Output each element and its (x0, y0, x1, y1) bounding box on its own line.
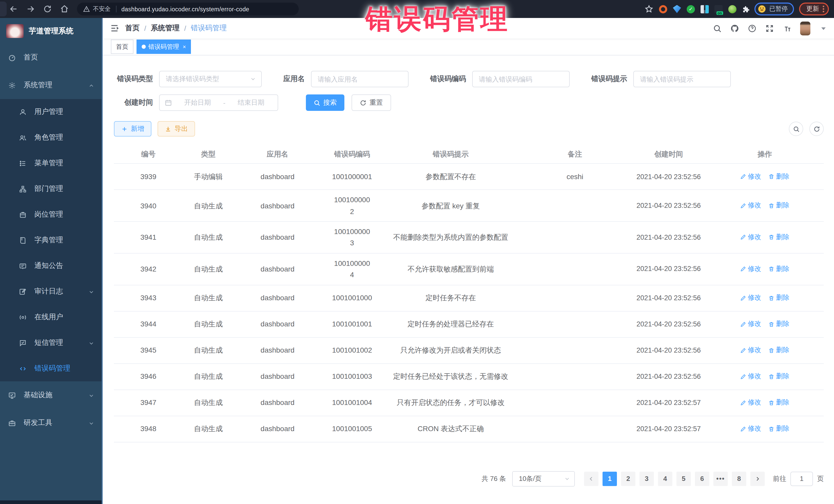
sidebar-item[interactable]: 审计日志 (0, 279, 102, 304)
page-button[interactable]: 4 (658, 472, 672, 486)
sidebar-item[interactable]: 研发工具 (0, 409, 102, 437)
delete-link[interactable]: 删除 (768, 293, 789, 303)
page-button[interactable]: 1 (602, 472, 617, 486)
edit-link[interactable]: 修改 (740, 398, 761, 408)
github-icon[interactable] (730, 24, 739, 32)
delete-link[interactable]: 删除 (768, 201, 789, 211)
extensions-puzzle-icon[interactable] (742, 5, 750, 13)
breadcrumb-item[interactable]: 系统管理 (151, 24, 180, 33)
error-type-select[interactable]: 请选择错误码类型 (159, 71, 262, 87)
browser-home-icon[interactable] (60, 5, 69, 13)
avatar-caret-down-icon[interactable] (819, 24, 828, 32)
sidebar-item[interactable]: 基础设施 (0, 381, 102, 409)
page-button[interactable]: 8 (732, 472, 746, 486)
edit-link[interactable]: 修改 (740, 424, 761, 434)
breadcrumb-item[interactable]: 首页 (125, 24, 139, 33)
page-button[interactable]: 6 (695, 472, 709, 486)
delete-link[interactable]: 删除 (768, 264, 789, 274)
delete-link[interactable]: 删除 (768, 424, 789, 434)
bookmark-star-icon[interactable] (644, 5, 653, 13)
table-cell: 不允许获取敏感配置到前端 (383, 260, 518, 279)
extension-gem-icon[interactable] (673, 5, 681, 13)
delete-link[interactable]: 删除 (768, 398, 789, 408)
delete-link[interactable]: 删除 (768, 319, 789, 329)
sidebar-item[interactable]: 部门管理 (0, 176, 102, 202)
sidebar-item[interactable]: 错误码管理 (0, 356, 102, 381)
prev-page-button[interactable] (584, 472, 598, 486)
edit-link[interactable]: 修改 (740, 233, 761, 242)
extension-paused-badge[interactable]: 已暂停 (754, 3, 794, 15)
browser-reload-icon[interactable] (43, 5, 52, 13)
sidebar-item-label: 在线用户 (35, 312, 94, 322)
pagination-more-button[interactable]: ••• (714, 472, 728, 486)
sidebar-item[interactable]: 用户管理 (0, 99, 102, 125)
next-page-button[interactable] (750, 472, 765, 486)
help-question-icon[interactable] (748, 24, 756, 32)
filter-input[interactable] (311, 71, 408, 87)
edit-link[interactable]: 修改 (740, 172, 761, 182)
delete-link[interactable]: 删除 (768, 233, 789, 242)
add-button[interactable]: 新增 (114, 121, 151, 136)
download-icon (165, 126, 171, 132)
error-code-line: 1001001002 (323, 345, 381, 356)
extension-orange-icon[interactable] (659, 5, 667, 13)
sidebar-item[interactable]: 菜单管理 (0, 150, 102, 176)
error-code-line: 1001000001 (323, 171, 381, 182)
extension-grid-icon[interactable] (701, 5, 709, 13)
reset-button[interactable]: 重置 (352, 94, 391, 111)
table-row: 3941自动生成dashboard1001000003不能删除类型为系统内置的参… (114, 222, 824, 254)
table-cell: dashboard (234, 367, 321, 386)
page-button[interactable]: 3 (639, 472, 654, 486)
edit-link[interactable]: 修改 (740, 372, 761, 381)
extension-check-icon[interactable]: ✓ (687, 5, 695, 13)
browser-back-icon[interactable] (9, 5, 18, 13)
show-search-button[interactable] (789, 122, 803, 136)
search-icon[interactable] (713, 24, 722, 32)
sidebar-item[interactable]: 字典管理 (0, 227, 102, 253)
font-size-icon[interactable] (783, 24, 791, 32)
table-cell: 手动编辑 (183, 167, 234, 186)
extension-key-icon[interactable] (728, 5, 737, 13)
sidebar-item[interactable]: 在线用户 (0, 304, 102, 330)
sidebar-item[interactable]: 首页 (0, 44, 102, 71)
edit-link[interactable]: 修改 (740, 264, 761, 274)
date-range-picker[interactable]: 开始日期 - 结束日期 (159, 94, 278, 111)
filter-input[interactable] (634, 71, 730, 87)
app-logo[interactable]: 芋道管理系统 (0, 18, 102, 44)
action-label: 删除 (776, 201, 789, 211)
sidebar-item[interactable]: 系统管理 (0, 71, 102, 99)
refresh-icon (813, 126, 820, 132)
address-bar[interactable]: 不安全 dashboard.yudao.iocoder.cn/system/er… (77, 3, 299, 15)
hamburger-icon[interactable] (110, 24, 119, 33)
fullscreen-icon[interactable] (765, 24, 774, 32)
edit-link[interactable]: 修改 (740, 201, 761, 211)
user-avatar[interactable] (800, 21, 810, 35)
page-size-select[interactable]: 10条/页 (512, 471, 575, 486)
edit-link[interactable]: 修改 (740, 293, 761, 303)
search-button[interactable]: 搜索 (306, 94, 344, 111)
delete-link[interactable]: 删除 (768, 345, 789, 355)
browser-menu-icon[interactable] (823, 6, 824, 12)
table-cell: 定时任务的处理器已经存在 (383, 315, 518, 334)
goto-page-input[interactable] (790, 472, 813, 486)
extension-switch-icon[interactable] (715, 5, 723, 13)
tag-item[interactable]: 首页 (111, 40, 133, 54)
browser-update-button[interactable]: 更新 (799, 3, 829, 15)
sidebar-item[interactable]: 岗位管理 (0, 202, 102, 227)
sidebar-item[interactable]: 短信管理 (0, 330, 102, 356)
table-row: 3942自动生成dashboard1001000004不允许获取敏感配置到前端2… (114, 254, 824, 285)
page-button[interactable]: 5 (676, 472, 691, 486)
sidebar-item[interactable]: 角色管理 (0, 125, 102, 150)
export-button[interactable]: 导出 (158, 121, 195, 136)
browser-forward-icon[interactable] (26, 5, 35, 13)
filter-input[interactable] (473, 71, 569, 87)
delete-link[interactable]: 删除 (768, 372, 789, 381)
edit-link[interactable]: 修改 (740, 345, 761, 355)
sidebar-item[interactable]: 通知公告 (0, 253, 102, 279)
page-button[interactable]: 2 (621, 472, 635, 486)
tag-active[interactable]: 错误码管理× (136, 40, 191, 54)
refresh-table-button[interactable] (809, 122, 824, 136)
delete-link[interactable]: 删除 (768, 172, 789, 182)
edit-link[interactable]: 修改 (740, 319, 761, 329)
tag-close-icon[interactable]: × (183, 44, 186, 50)
